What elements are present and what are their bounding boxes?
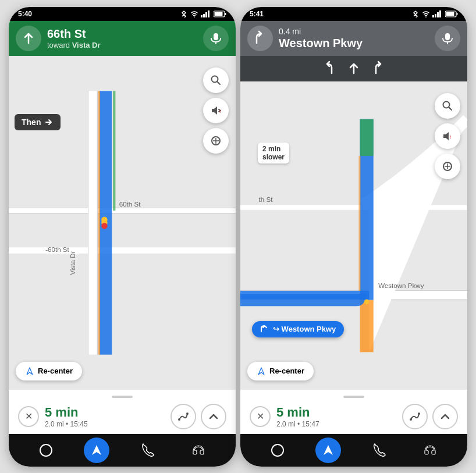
svg-rect-41: [432, 15, 434, 17]
signal-icon-2: [432, 10, 443, 17]
chevron-up-icon-1: [207, 410, 220, 423]
svg-rect-46: [446, 12, 454, 16]
sound-button-1[interactable]: !: [203, 98, 229, 123]
trip-details-2: 2.0 mi • 15:47: [276, 420, 396, 428]
bluetooth-icon: [180, 10, 188, 17]
mic-button-2[interactable]: [435, 26, 460, 51]
audio-button-1[interactable]: [186, 438, 211, 463]
recenter-button-2[interactable]: Re-center: [247, 362, 314, 380]
svg-rect-44: [439, 10, 441, 17]
search-button-1[interactable]: [203, 67, 229, 93]
svg-text:Westown Pkwy: Westown Pkwy: [378, 282, 424, 289]
status-icons-1: [180, 10, 226, 17]
search-icon-1: [210, 74, 222, 86]
search-icon-2: [442, 100, 453, 112]
svg-rect-11: [9, 207, 236, 208]
phone-2: 5:41 0.4 mi Westown Pkwy: [240, 7, 467, 467]
recenter-button-1[interactable]: Re-center: [16, 362, 82, 380]
svg-rect-47: [457, 13, 458, 15]
navigate-icon-1: [90, 443, 104, 457]
expand-button-2[interactable]: [432, 404, 458, 429]
route-icon-1: [177, 410, 190, 423]
svg-marker-74: [324, 445, 333, 455]
svg-rect-18: [98, 91, 100, 354]
svg-rect-42: [435, 14, 436, 17]
nav-street-1: 66th St: [47, 27, 197, 41]
bottom-panel-1: ✕ 5 min 2.0 mi • 15:45: [9, 390, 236, 434]
svg-text:Vista Dr: Vista Dr: [69, 251, 76, 275]
svg-line-64: [449, 107, 452, 110]
svg-rect-2: [205, 12, 207, 17]
headphone-icon-1: [191, 443, 205, 457]
phone-icon-1: [141, 443, 155, 457]
search-button-2[interactable]: [435, 93, 460, 119]
svg-rect-0: [201, 15, 203, 17]
trip-details-1: 2.0 mi • 15:45: [45, 420, 165, 428]
then-banner: Then: [15, 114, 61, 130]
phone-button-2[interactable]: [367, 438, 392, 463]
status-bar-1: 5:40: [9, 7, 236, 21]
layers-icon-1: [210, 135, 222, 147]
mic-icon-2: [441, 32, 454, 45]
svg-line-27: [217, 81, 220, 84]
phone-button-1[interactable]: [135, 438, 161, 463]
nav-direction-icon-2: [247, 26, 273, 51]
svg-point-38: [178, 418, 180, 421]
battery-icon: [214, 10, 226, 17]
time-1: 5:40: [18, 10, 32, 18]
svg-rect-15: [88, 91, 88, 354]
home-icon-2: [271, 443, 285, 457]
svg-text:-60th St: -60th St: [45, 246, 69, 252]
svg-point-39: [40, 444, 52, 456]
svg-rect-12: [9, 213, 236, 214]
close-button-2[interactable]: ✕: [250, 406, 271, 427]
svg-rect-19: [113, 91, 115, 211]
nav-button-1[interactable]: [84, 438, 109, 463]
nav-button-2[interactable]: [315, 438, 341, 463]
svg-point-62: [364, 299, 369, 304]
layers-button-1[interactable]: [203, 128, 229, 154]
mic-button-1[interactable]: [203, 26, 229, 51]
svg-marker-28: [212, 106, 217, 115]
svg-text:th St: th St: [259, 196, 273, 203]
route-options-button-1[interactable]: [170, 404, 196, 429]
layers-button-2[interactable]: [435, 154, 460, 179]
route-label: ↪ Westown Pkwy: [252, 321, 344, 337]
route-arrow-icon: [260, 325, 269, 334]
sound-button-2[interactable]: !: [435, 123, 460, 149]
bottom-handle-2: [343, 396, 364, 398]
svg-marker-40: [92, 445, 101, 455]
home-button-1[interactable]: [33, 438, 59, 463]
svg-text:60th St: 60th St: [119, 200, 141, 207]
bluetooth-icon-2: [411, 10, 420, 17]
sys-nav-2: [240, 434, 467, 467]
time-2: 5:41: [250, 10, 264, 18]
home-button-2[interactable]: [265, 438, 290, 463]
svg-rect-3: [208, 10, 209, 17]
svg-marker-65: [443, 132, 449, 140]
map-svg-2: th St Westown Pkwy: [240, 81, 467, 390]
route-options-button-2[interactable]: [402, 404, 428, 429]
sound-icon-1: !: [210, 105, 222, 116]
map-area-2: th St Westown Pkwy 2 min slower ↪ Westow…: [240, 81, 467, 390]
phone-1: 5:40 66th St toward Vista Dr: [9, 7, 236, 467]
sys-nav-1: [9, 434, 236, 467]
svg-marker-36: [27, 368, 33, 375]
traffic-badge: 2 min slower: [258, 143, 289, 163]
svg-rect-52: [240, 290, 467, 290]
svg-rect-1: [203, 14, 205, 17]
close-button-1[interactable]: ✕: [18, 406, 39, 427]
layers-icon-2: [442, 161, 453, 172]
audio-button-2[interactable]: [417, 438, 443, 463]
expand-button-1[interactable]: [201, 404, 226, 429]
map-controls-1: !: [203, 67, 229, 154]
nav-toward-1: toward Vista Dr: [47, 41, 197, 49]
svg-rect-57: [360, 300, 374, 352]
bottom-row-1: ✕ 5 min 2.0 mi • 15:45: [18, 404, 226, 429]
trip-info-2: 5 min 2.0 mi • 15:47: [276, 405, 396, 428]
svg-rect-9: [9, 91, 236, 354]
svg-rect-10: [9, 207, 236, 214]
svg-point-37: [186, 412, 189, 415]
trip-time-1: 5 min: [45, 405, 165, 420]
recenter-icon-1: [25, 367, 34, 376]
